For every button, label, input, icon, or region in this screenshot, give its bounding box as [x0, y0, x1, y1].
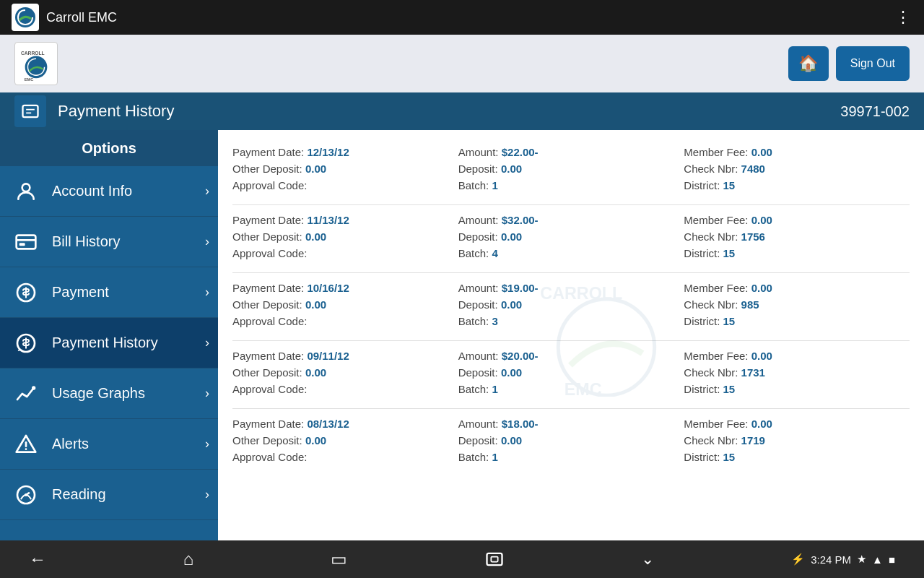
svg-text:EMC: EMC — [25, 77, 34, 81]
chevron-right-icon: › — [205, 234, 209, 249]
other-deposit-value: 0.00 — [305, 366, 326, 379]
sidebar-item-payment-history[interactable]: Payment History › — [0, 318, 218, 368]
member-fee-value: 0.00 — [751, 350, 772, 362]
overflow-menu-icon[interactable]: ⋮ — [895, 8, 912, 27]
batch-value: 3 — [492, 315, 497, 327]
sidebar-item-reading[interactable]: Reading › — [0, 470, 218, 520]
sidebar-item-label: Payment — [52, 284, 206, 301]
gauge-icon — [12, 480, 40, 509]
batch-label: Batch: — [458, 179, 492, 191]
batch-value: 4 — [492, 247, 497, 259]
svg-rect-6 — [17, 235, 36, 249]
payment-date-value: 08/13/12 — [307, 418, 349, 430]
district-value: 15 — [723, 247, 736, 259]
status-indicators: ⚡ 3:24 PM ★ ▲ ■ — [791, 553, 895, 566]
sidebar-item-payment[interactable]: Payment › — [0, 267, 218, 318]
other-deposit-value: 0.00 — [305, 163, 326, 175]
batch-label: Batch: — [458, 315, 492, 327]
header-logo: CARROLL EMC — [14, 42, 58, 85]
home-button[interactable]: 🏠 — [788, 46, 829, 81]
batch-value: 1 — [492, 179, 497, 191]
check-nbr-value: 7480 — [741, 163, 765, 175]
app-name: Carroll EMC — [46, 10, 117, 25]
payment-row-3: Approval Code: Batch: 1 District: 15 — [232, 179, 910, 191]
dollar-icon — [12, 278, 40, 307]
member-fee-label: Member Fee: — [684, 418, 751, 430]
svg-point-5 — [22, 184, 30, 191]
amount-label: Amount: — [458, 146, 502, 158]
member-fee-value: 0.00 — [751, 146, 772, 158]
back-button[interactable]: ← — [29, 549, 46, 569]
approval-code-label: Approval Code: — [232, 247, 307, 259]
payment-row-3: Approval Code: Batch: 1 District: 15 — [232, 383, 910, 395]
amount-value: $32.00- — [502, 214, 539, 226]
payment-records-list: Payment Date: 12/13/12 Amount: $22.00- M… — [232, 137, 910, 476]
check-nbr-value: 1756 — [741, 230, 765, 243]
payment-row-1: Payment Date: 09/11/12 Amount: $20.00- M… — [232, 350, 910, 362]
payment-date-value: 10/16/12 — [307, 282, 349, 294]
options-label: Options — [82, 140, 136, 157]
home-nav-button[interactable]: ⌂ — [183, 549, 194, 569]
amount-label: Amount: — [458, 282, 502, 294]
check-nbr-label: Check Nbr: — [684, 366, 741, 379]
clock: 3:24 PM — [811, 553, 851, 566]
deposit-value: 0.00 — [501, 434, 522, 447]
district-label: District: — [684, 247, 723, 259]
check-nbr-value: 1719 — [741, 434, 765, 447]
person-icon — [12, 177, 40, 206]
bluetooth-icon: ★ — [857, 553, 866, 566]
payment-row-3: Approval Code: Batch: 1 District: 15 — [232, 451, 910, 463]
recent-apps-button[interactable]: ▭ — [331, 549, 347, 569]
member-fee-label: Member Fee: — [684, 214, 751, 226]
sidebar-item-label: Reading — [52, 486, 206, 503]
nav-up-indicator: ⌄ — [641, 550, 654, 569]
member-fee-label: Member Fee: — [684, 350, 751, 362]
main-content: Options Account Info › Bill His — [0, 130, 924, 540]
batch-label: Batch: — [458, 451, 492, 463]
section-header-icon — [14, 95, 46, 127]
alert-icon — [12, 430, 40, 459]
svg-rect-18 — [491, 557, 497, 562]
check-nbr-label: Check Nbr: — [684, 434, 741, 447]
member-fee-label: Member Fee: — [684, 282, 751, 294]
sidebar-item-usage-graphs[interactable]: Usage Graphs › — [0, 368, 218, 419]
sidebar-item-bill-history[interactable]: Bill History › — [0, 217, 218, 267]
header-bar: CARROLL EMC 🏠 Sign Out — [0, 35, 924, 92]
payment-record: Payment Date: 08/13/12 Amount: $18.00- M… — [232, 409, 910, 476]
batch-value: 1 — [492, 383, 497, 395]
chevron-right-icon: › — [205, 487, 209, 502]
district-value: 15 — [723, 179, 736, 191]
payment-date-label: Payment Date: — [232, 282, 307, 294]
svg-text:CARROLL: CARROLL — [21, 51, 45, 56]
check-nbr-value: 1731 — [741, 366, 765, 379]
svg-point-11 — [25, 448, 27, 450]
signout-button[interactable]: Sign Out — [836, 46, 910, 81]
payment-row-3: Approval Code: Batch: 4 District: 15 — [232, 247, 910, 259]
sidebar-item-alerts[interactable]: Alerts › — [0, 419, 218, 470]
sidebar-item-label: Bill History — [52, 233, 206, 250]
payment-date-value: 09/11/12 — [307, 350, 349, 362]
district-label: District: — [684, 179, 723, 191]
district-label: District: — [684, 451, 723, 463]
payment-record: Payment Date: 10/16/12 Amount: $19.00- M… — [232, 273, 910, 341]
member-fee-value: 0.00 — [751, 418, 772, 430]
wifi-icon: ▲ — [872, 553, 883, 566]
section-header: Payment History 39971-002 — [0, 92, 924, 130]
check-nbr-label: Check Nbr: — [684, 230, 741, 243]
other-deposit-label: Other Deposit: — [232, 434, 305, 447]
svg-point-13 — [25, 493, 27, 496]
payment-row-1: Payment Date: 11/13/12 Amount: $32.00- M… — [232, 214, 910, 226]
sidebar-item-account-info[interactable]: Account Info › — [0, 166, 218, 217]
deposit-value: 0.00 — [501, 163, 522, 175]
svg-point-10 — [32, 386, 35, 389]
chevron-right-icon: › — [205, 335, 209, 350]
payment-date-value: 12/13/12 — [307, 146, 349, 158]
payment-record: Payment Date: 11/13/12 Amount: $32.00- M… — [232, 205, 910, 273]
sidebar-item-label: Payment History — [52, 335, 206, 351]
payment-date-label: Payment Date: — [232, 350, 307, 362]
screenshot-button[interactable] — [484, 549, 505, 569]
sidebar-item-label: Usage Graphs — [52, 385, 206, 402]
chevron-right-icon: › — [205, 386, 209, 401]
deposit-value: 0.00 — [501, 230, 522, 243]
check-nbr-label: Check Nbr: — [684, 163, 741, 175]
